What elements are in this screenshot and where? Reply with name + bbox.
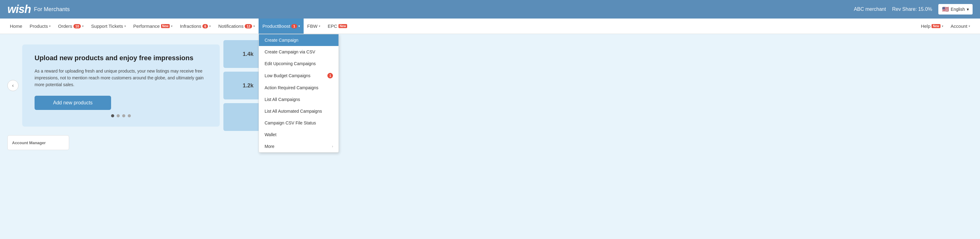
orders-badge: 10 [73, 24, 81, 29]
chevron-down-icon: ▾ [969, 24, 970, 28]
new-badge-help: New [932, 24, 940, 28]
language-button[interactable]: 🇺🇸 English ▾ [939, 4, 973, 14]
nav-label-notifications: Notifications [218, 24, 243, 29]
logo: wish [7, 3, 31, 16]
dropdown-item-more[interactable]: More › [259, 140, 339, 152]
chevron-down-icon: ▾ [298, 24, 300, 28]
dropdown-label-action-required: Action Required Campaigns [264, 85, 318, 90]
notifications-badge: 12 [245, 24, 252, 29]
dropdown-item-list-all[interactable]: List All Campaigns [259, 94, 339, 105]
nav-label-help: Help [921, 24, 930, 29]
nav-label-fbw: FBW [307, 24, 318, 29]
dropdown-label-csv-status: Campaign CSV File Status [264, 120, 316, 125]
dropdown-item-create-campaign[interactable]: Create Campaign [259, 34, 339, 46]
nav-label-products: Products [30, 24, 48, 29]
nav-label-orders: Orders [58, 24, 72, 29]
dropdown-label-list-all: List All Campaigns [264, 97, 300, 102]
productboost-badge: 1 [291, 24, 297, 29]
dropdown-label-more: More [264, 144, 274, 149]
nav-item-help[interactable]: Help New ▾ [917, 19, 947, 33]
nav-item-fbw[interactable]: FBW ▾ [304, 19, 324, 33]
dropdown-item-edit-upcoming[interactable]: Edit Upcoming Campaigns [259, 58, 339, 70]
dropdown-label-wallet: Wallet [264, 132, 276, 137]
chevron-down-icon: ▾ [967, 7, 969, 12]
rev-share: Rev Share: 15.0% [892, 6, 932, 12]
new-badge-epc: New [339, 24, 347, 28]
nav-item-account[interactable]: Account ▾ [947, 19, 974, 33]
nav-label-productboost: ProductBoost [262, 24, 290, 29]
dropdown-label-create-csv: Create Campaign via CSV [264, 49, 315, 54]
nav-item-productboost[interactable]: ProductBoost 1 ▾ [259, 19, 303, 33]
dropdown-item-action-required[interactable]: Action Required Campaigns [259, 82, 339, 94]
dropdown-item-create-csv[interactable]: Create Campaign via CSV [259, 46, 339, 58]
low-budget-badge: 1 [328, 73, 333, 78]
productboost-dropdown: Create Campaign Create Campaign via CSV … [259, 34, 339, 153]
top-header: wish For Merchants ABC merchant Rev Shar… [0, 0, 980, 19]
nav-item-support[interactable]: Support Tickets ▾ [88, 19, 129, 33]
dot-4[interactable] [128, 114, 131, 117]
card-stat-2: 1.2k [243, 83, 253, 89]
nav-item-products[interactable]: Products ▾ [26, 19, 54, 33]
chevron-right-icon: › [332, 144, 333, 148]
dropdown-label-edit-upcoming: Edit Upcoming Campaigns [264, 61, 316, 66]
chevron-down-icon: ▾ [82, 24, 84, 28]
account-manager-card: Account Manager [7, 135, 69, 150]
card-stat-1: 1.4k [243, 51, 253, 57]
nav-item-wrapper-productboost: ProductBoost 1 ▾ Create Campaign Create … [259, 19, 303, 33]
banner-area: ‹ Upload new products and enjoy free imp… [7, 40, 973, 131]
nav-label-home: Home [10, 24, 22, 29]
chevron-down-icon: ▾ [942, 24, 943, 28]
chevron-left-icon: ‹ [12, 83, 14, 88]
nav-label-support: Support Tickets [91, 24, 123, 29]
banner-card: Upload new products and enjoy free impre… [22, 45, 220, 127]
add-products-button[interactable]: Add new products [35, 96, 111, 110]
merchant-name: ABC merchant [854, 6, 886, 12]
main-content: ‹ Upload new products and enjoy free imp… [0, 34, 980, 156]
nav-item-notifications[interactable]: Notifications 12 ▾ [215, 19, 259, 33]
nav-label-epc: EPC [328, 24, 337, 29]
nav-item-orders[interactable]: Orders 10 ▾ [54, 19, 88, 33]
chevron-down-icon: ▾ [253, 24, 255, 28]
dropdown-item-wallet[interactable]: Wallet [259, 129, 339, 140]
nav-label-infractions: Infractions [180, 24, 201, 29]
dropdown-item-list-automated[interactable]: List All Automated Campaigns [259, 105, 339, 117]
logo-area: wish For Merchants [7, 3, 70, 16]
new-badge-performance: New [161, 24, 170, 28]
nav-label-performance: Performance [133, 24, 160, 29]
nav-bar: Home Products ▾ Orders 10 ▾ Support Tick… [0, 19, 980, 34]
chevron-down-icon: ▾ [209, 24, 211, 28]
flag-icon: 🇺🇸 [942, 6, 949, 13]
nav-item-epc[interactable]: EPC New [324, 19, 351, 33]
header-right: ABC merchant Rev Share: 15.0% 🇺🇸 English… [854, 4, 973, 14]
carousel-dots [35, 114, 207, 117]
dropdown-item-low-budget[interactable]: Low Budget Campaigns 1 [259, 70, 339, 82]
chevron-down-icon: ▾ [49, 24, 51, 28]
tagline: For Merchants [34, 6, 70, 13]
dropdown-item-csv-status[interactable]: Campaign CSV File Status [259, 117, 339, 129]
account-manager-title: Account Manager [12, 140, 46, 145]
carousel-prev-button[interactable]: ‹ [7, 80, 19, 91]
dot-1[interactable] [111, 114, 114, 117]
language-label: English [951, 7, 965, 12]
chevron-down-icon: ▾ [319, 24, 320, 28]
banner-title: Upload new products and enjoy free impre… [35, 54, 207, 63]
chevron-down-icon: ▾ [171, 24, 172, 28]
dot-3[interactable] [122, 114, 125, 117]
infractions-badge: 6 [202, 24, 208, 29]
dropdown-label-low-budget: Low Budget Campaigns [264, 73, 310, 78]
dropdown-label-list-automated: List All Automated Campaigns [264, 109, 322, 114]
chevron-down-icon: ▾ [124, 24, 126, 28]
nav-label-account: Account [951, 24, 967, 29]
dropdown-label-create-campaign: Create Campaign [264, 38, 298, 43]
nav-item-home[interactable]: Home [6, 19, 26, 33]
banner-description: As a reward for uploading fresh and uniq… [35, 68, 207, 88]
dot-2[interactable] [117, 114, 120, 117]
nav-item-infractions[interactable]: Infractions 6 ▾ [176, 19, 215, 33]
nav-item-performance[interactable]: Performance New ▾ [130, 19, 176, 33]
